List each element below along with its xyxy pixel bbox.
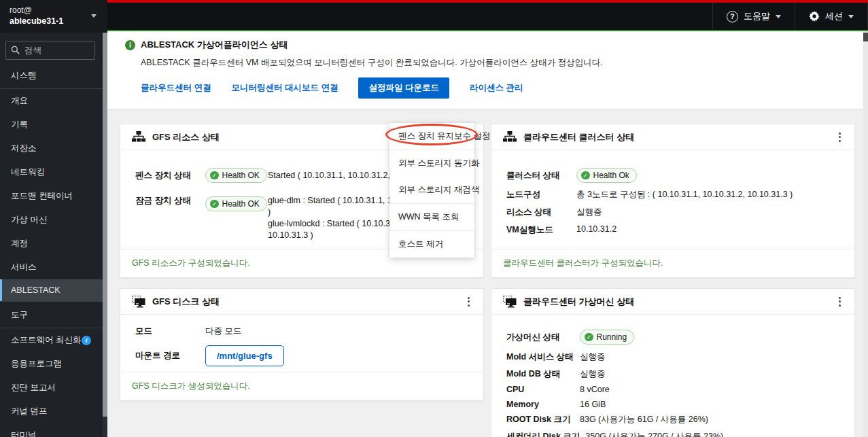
kebab-menu-button[interactable]: [835, 128, 845, 146]
appliance-status-banner: i ABLESTACK 가상어플라이언스 상태 ABLESTACK 클라우드센터…: [107, 30, 868, 109]
download-config-button[interactable]: 설정파일 다운로드: [358, 77, 449, 99]
info-circle-icon: i: [125, 40, 135, 50]
mount-path-button[interactable]: /mnt/glue-gfs: [205, 345, 284, 366]
menu-item-remove-host[interactable]: 호스트 제거: [389, 230, 474, 258]
sidebar-item-accounts[interactable]: 계정: [0, 232, 107, 256]
row-value: 실행중: [580, 351, 606, 363]
row-value: 16 GiB: [580, 400, 606, 409]
menu-item-wwn-list[interactable]: WWN 목록 조회: [389, 203, 474, 230]
row-label: 가상머신 상태: [506, 332, 574, 343]
kebab-menu-button[interactable]: [835, 293, 845, 311]
host-switcher[interactable]: root@ ablecube31-1: [0, 0, 107, 33]
monitoring-dashboard-link[interactable]: 모니터링센터 대시보드 연결: [231, 82, 338, 94]
row-label: 모드: [135, 326, 200, 337]
kebab-menu-button[interactable]: [464, 293, 474, 311]
status-badge: ✓ Health OK: [205, 196, 267, 211]
sidebar: root@ ablecube31-1 시스템 개요 기록 저장소 네트워킹 포드…: [0, 0, 107, 437]
card-title: GFS 리소스 상태: [152, 131, 220, 143]
banner-title: ABLESTACK 가상어플라이언스 상태: [141, 39, 288, 51]
gfs-resource-context-menu: 펜스 장치 유지보수 설정 외부 스토리지 동기화 외부 스토리지 재검색 WW…: [389, 123, 474, 258]
search-icon: [11, 46, 20, 54]
row-value: 350G (사용가능 270G / 사용률 23%): [585, 431, 723, 437]
virtual-disk-icon: [132, 296, 145, 308]
cloudcenter-connect-link[interactable]: 클라우드센터 연결: [141, 82, 211, 94]
question-circle-icon: ?: [727, 11, 738, 22]
content-scrollbar-thumb[interactable]: [863, 33, 868, 41]
sidebar-item-applications[interactable]: 응용프로그램: [0, 352, 107, 376]
sidebar-item-kernel-dump[interactable]: 커널 덤프: [0, 400, 107, 423]
row-label: VM실행노드: [506, 224, 571, 236]
sidebar-item-networking[interactable]: 네트워킹: [0, 160, 107, 184]
row-value: 실행중: [580, 368, 606, 380]
card-title: GFS 디스크 상태: [152, 296, 220, 308]
sidebar-search: [5, 41, 95, 60]
row-label: 잠금 장치 상태: [135, 193, 200, 207]
row-value: 83G (사용가능 61G / 사용률 26%): [580, 414, 708, 425]
card-footer-status: 클라우드센터 클러스터가 구성되었습니다.: [491, 249, 854, 277]
row-value: 다중 모드: [205, 326, 241, 337]
sidebar-item-terminal[interactable]: 터미널: [0, 423, 107, 437]
sidebar-item-logs[interactable]: 기록: [0, 113, 107, 137]
check-circle-icon: ✓: [585, 333, 593, 342]
nav-section-system: 시스템: [0, 63, 107, 89]
row-label: 리소스 상태: [506, 207, 571, 218]
check-circle-icon: ✓: [581, 171, 590, 180]
banner-description: ABLESTACK 클라우드센터 VM 배포되었으며 모니터링센터 구성이 완료…: [141, 57, 854, 69]
menu-item-fence-maintenance[interactable]: 펜스 장치 유지보수 설정: [389, 123, 474, 150]
license-management-link[interactable]: 라이센스 관리: [470, 82, 523, 94]
help-label: 도움말: [744, 10, 770, 22]
chevron-down-icon: [776, 15, 781, 18]
cloud-vm-card: 클라우드센터 가상머신 상태 가상머신 상태 ✓ Running Mold 서비…: [491, 288, 855, 437]
cards-grid: GFS 리소스 상태 펜스 장치 상태 ✓ Health OK Started …: [107, 109, 868, 437]
sidebar-item-overview[interactable]: 개요: [0, 89, 107, 113]
cloud-cluster-card: 클라우드센터 클러스터 상태 클러스터 상태 ✓ Health Ok 노드구성 …: [491, 124, 855, 278]
status-badge: ✓ Health Ok: [576, 168, 637, 183]
gfs-disk-card: GFS 디스크 상태 모드 다중 모드 마운트 경로 /mnt/glue-gfs…: [120, 288, 484, 401]
row-label: 펜스 장치 상태: [135, 168, 200, 181]
sidebar-item-podman[interactable]: 포드맨 컨테이너: [0, 184, 107, 208]
session-label: 세션: [825, 10, 843, 22]
card-footer-status: GFS 디스크가 생성되었습니다.: [120, 372, 483, 400]
card-title: 클라우드센터 클러스터 상태: [523, 131, 634, 143]
updates-info-badge-icon: i: [82, 336, 91, 345]
cluster-sitemap-icon: [503, 131, 517, 143]
session-menu-button[interactable]: 세션: [795, 3, 868, 30]
row-label: 세컨더리 Disk 크기: [506, 431, 580, 437]
sidebar-scrollbar[interactable]: [103, 33, 107, 437]
sidebar-item-software-updates[interactable]: 소프트웨어 최신화 i: [0, 328, 107, 352]
sidebar-item-storage[interactable]: 저장소: [0, 137, 107, 160]
logged-in-user: root@: [10, 5, 98, 16]
menu-item-external-storage-sync[interactable]: 외부 스토리지 동기화: [389, 150, 474, 177]
sidebar-item-services[interactable]: 서비스: [0, 256, 107, 279]
main-content: i ABLESTACK 가상어플라이언스 상태 ABLESTACK 클라우드센터…: [107, 30, 868, 437]
sidebar-nav: 시스템 개요 기록 저장소 네트워킹 포드맨 컨테이너 가상 머신 계정 서비스…: [0, 63, 107, 437]
sidebar-item-label: 소프트웨어 최신화: [11, 334, 81, 346]
card-title: 클라우드센터 가상머신 상태: [523, 296, 634, 308]
virtual-machine-icon: [503, 296, 517, 308]
row-label: Mold DB 상태: [506, 368, 574, 380]
content-scrollbar[interactable]: [863, 31, 868, 437]
sidebar-item-diagnostic-reports[interactable]: 진단 보고서: [0, 376, 107, 400]
chevron-down-icon: [91, 14, 97, 18]
row-value: 총 3노드로 구성됨 : ( 10.10.31.1, 10.10.31.2, 1…: [576, 189, 793, 200]
cluster-sitemap-icon: [132, 131, 145, 143]
menu-item-external-storage-rescan[interactable]: 외부 스토리지 재검색: [389, 177, 474, 203]
status-badge: ✓ Running: [580, 330, 634, 345]
row-label: Memory: [506, 400, 574, 409]
help-menu-button[interactable]: ? 도움말: [712, 3, 795, 30]
check-circle-icon: ✓: [210, 200, 219, 209]
row-label: 마운트 경로: [135, 350, 200, 362]
sidebar-item-ablestack[interactable]: ABLESTACK: [0, 279, 107, 301]
sidebar-scrollbar-thumb[interactable]: [103, 33, 107, 417]
row-value: 실행중: [576, 207, 602, 218]
check-circle-icon: ✓: [210, 171, 219, 180]
row-label: Mold 서비스 상태: [506, 351, 574, 363]
row-label: 클러스터 상태: [506, 170, 571, 181]
row-label: CPU: [506, 385, 574, 394]
row-value: 10.10.31.2: [576, 224, 617, 234]
chevron-down-icon: [848, 15, 854, 18]
masthead: ? 도움말 세션: [107, 0, 868, 30]
hostname: ablecube31-1: [10, 16, 98, 27]
gear-icon: [809, 11, 820, 22]
sidebar-item-virtual-machines[interactable]: 가상 머신: [0, 208, 107, 232]
